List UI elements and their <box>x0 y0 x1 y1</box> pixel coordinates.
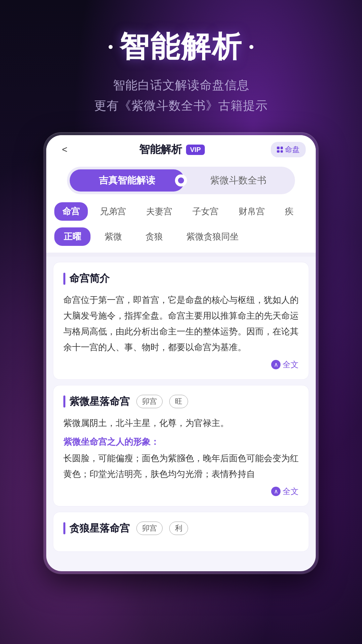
title-dot-right <box>249 45 253 49</box>
cat-tab-xiongdi[interactable]: 兄弟宫 <box>92 202 134 221</box>
cat-tab-ji[interactable]: 疾 <box>277 202 302 221</box>
cat-tab-zinv[interactable]: 子女宫 <box>184 202 227 221</box>
card1-body: 命宫位于第一宫，即首宫，它是命盘的核心与枢纽，犹如人的大脑发号施令，指挥全盘。命… <box>63 292 299 355</box>
card2-header: 紫微星落命宫 卯宫 旺 <box>63 395 299 409</box>
nav-bar: < 智能解析 VIP 命盘 <box>46 135 316 161</box>
nav-title: 智能解析 VIP <box>139 142 205 157</box>
subtitle: 智能白话文解读命盘信息 更有《紫微斗数全书》古籍提示 <box>94 75 268 116</box>
card-mingong-intro: 命宫简介 命宫位于第一宫，即首宫，它是命盘的核心与枢纽，犹如人的大脑发号施令，指… <box>53 262 309 379</box>
mingpan-label: 命盘 <box>285 145 300 155</box>
sub-tab-tanlang[interactable]: 贪狼 <box>136 227 172 246</box>
cat-tab-fuqi[interactable]: 夫妻宫 <box>138 202 180 221</box>
nav-title-text: 智能解析 <box>139 142 182 157</box>
grid-icon <box>277 147 283 153</box>
card2-readmore-icon: ∧ <box>271 487 281 496</box>
toggle-inactive-option[interactable]: 紫微斗数全书 <box>184 169 292 192</box>
toggle-container: 吉真智能解读 紫微斗数全书 <box>67 167 295 194</box>
category-tabs: 命宫 兄弟宫 夫妻宫 子女宫 财帛宫 疾 <box>46 201 316 226</box>
subtitle-line2: 更有《紫微斗数全书》古籍提示 <box>94 95 268 116</box>
card2-title: 紫微星落命宫 <box>69 395 130 409</box>
sub-tabs: 正曜 紫微 贪狼 紫微贪狼同坐 <box>46 226 316 253</box>
back-button[interactable]: < <box>56 141 73 158</box>
toggle-section: 吉真智能解读 紫微斗数全书 <box>46 161 316 201</box>
card1-read-more[interactable]: ∧ 全文 <box>63 359 299 370</box>
mingpan-button[interactable]: 命盘 <box>271 142 306 157</box>
card3-badge-li: 利 <box>169 522 188 535</box>
main-title-row: 智能解析 <box>94 27 268 67</box>
card2-purple-subtitle: 紫微坐命宫之人的形象： <box>63 436 299 448</box>
card2-badge-wang: 旺 <box>169 395 188 408</box>
card1-readmore-label: 全文 <box>283 359 299 370</box>
card3-title: 贪狼星落命宫 <box>69 522 130 535</box>
card3-header: 贪狼星落命宫 卯宫 利 <box>63 522 299 535</box>
card2-read-more[interactable]: ∧ 全文 <box>63 486 299 497</box>
vip-badge: VIP <box>186 145 205 155</box>
card2-badge-maogong: 卯宫 <box>136 395 163 408</box>
card3-badge-maogong: 卯宫 <box>136 522 163 535</box>
cat-tab-caibo[interactable]: 财帛宫 <box>231 202 273 221</box>
card2-readmore-label: 全文 <box>283 486 299 497</box>
card-ziwei-mingong: 紫微星落命宫 卯宫 旺 紫微属阴土，北斗主星，化尊，为官禄主。 紫微坐命宫之人的… <box>53 385 309 506</box>
toggle-dot <box>175 174 187 186</box>
main-title-text: 智能解析 <box>119 27 243 67</box>
card-tanlang-mingong: 贪狼星落命宫 卯宫 利 <box>53 512 309 552</box>
phone-frame: < 智能解析 VIP 命盘 吉真智能解读 <box>44 132 318 574</box>
cat-tab-mingong[interactable]: 命宫 <box>54 202 88 221</box>
title-dot-left <box>109 45 113 49</box>
card1-readmore-icon: ∧ <box>271 360 281 369</box>
card2-accent <box>63 395 65 408</box>
card2-body1: 紫微属阴土，北斗主星，化尊，为官禄主。 <box>63 415 299 431</box>
card3-accent <box>63 522 65 534</box>
phone-inner: < 智能解析 VIP 命盘 吉真智能解读 <box>46 135 316 571</box>
toggle-active-option[interactable]: 吉真智能解读 <box>70 169 184 192</box>
sub-tab-ziwei-tanlang[interactable]: 紫微贪狼同坐 <box>177 227 248 246</box>
sub-tab-zhengqao[interactable]: 正曜 <box>54 227 90 246</box>
toggle-active-label: 吉真智能解读 <box>99 175 155 185</box>
sub-tab-ziwei[interactable]: 紫微 <box>95 227 131 246</box>
card1-header: 命宫简介 <box>63 272 299 285</box>
card1-title: 命宫简介 <box>69 272 110 285</box>
subtitle-line1: 智能白话文解读命盘信息 <box>94 75 268 95</box>
header-section: 智能解析 智能白话文解读命盘信息 更有《紫微斗数全书》古籍提示 <box>94 27 268 116</box>
card2-body2: 长圆脸，可能偏瘦；面色为紫膙色，晚年后面色可能会变为红黄色；印堂光洁明亮，肤色均… <box>63 450 299 482</box>
divider-1 <box>46 253 316 257</box>
card1-accent <box>63 273 65 285</box>
